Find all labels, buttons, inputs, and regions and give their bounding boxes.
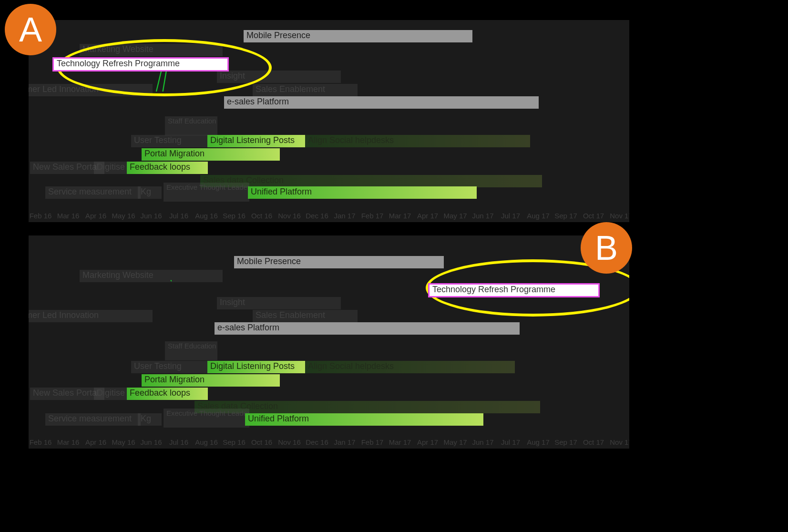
bar-customer-led[interactable]: Customer Led Innovation [29, 310, 153, 322]
bar-marketing-website[interactable]: Marketing Website [80, 44, 223, 56]
time-axis-b: 16Feb 16Mar 16Apr 16May 16Jun 16Jul 16Au… [29, 438, 629, 449]
bar-service-measurement[interactable]: Service measurement [45, 186, 141, 199]
bar-unified-platform[interactable]: Unified Platform [245, 413, 483, 426]
bar-mobile-presence[interactable]: Mobile Presence [244, 30, 472, 42]
bar-staff-education[interactable]: Staff Education [165, 341, 217, 360]
bar-user-testing[interactable]: User Testing [131, 361, 207, 373]
bar-feedback-loops[interactable]: Feedback loops [127, 388, 208, 400]
annotation-badge-b: B [581, 222, 632, 274]
gantt-panel-a[interactable]: Mobile Presence Marketing Website Techno… [29, 20, 629, 222]
bar-new-sales-portal[interactable]: New Sales Portal [30, 162, 104, 174]
bar-service-measurement[interactable]: Service measurement [45, 413, 141, 426]
bar-digital-listening[interactable]: Digital Listening Posts [207, 361, 305, 373]
bar-portal-migration[interactable]: Portal Migration [142, 148, 280, 161]
bar-mobile-presence[interactable]: Mobile Presence [234, 256, 444, 268]
bar-sales-data[interactable]: Sales data Collection [200, 175, 542, 187]
bar-customer-led[interactable]: Customer Led Innovation [29, 84, 153, 96]
svg-line-7 [171, 280, 172, 307]
bar-insight[interactable]: Insight [217, 297, 341, 309]
bar-feedback-loops[interactable]: Feedback loops [127, 162, 208, 174]
bar-user-testing[interactable]: User Testing [131, 135, 207, 147]
bar-digitise[interactable]: Digitise [94, 388, 127, 400]
bar-sales-enablement[interactable]: Sales Enablement [253, 310, 358, 322]
bar-insight[interactable]: Insight [217, 71, 341, 83]
bar-align-social[interactable]: Align Social helpdesks [305, 135, 530, 147]
bar-portal-migration[interactable]: Portal Migration [142, 374, 280, 387]
bar-staff-education[interactable]: Staff Education [165, 116, 217, 135]
bar-kg[interactable]: Kg [138, 413, 162, 426]
bar-unified-platform[interactable]: Unified Platform [248, 186, 477, 199]
bar-digital-listening[interactable]: Digital Listening Posts [207, 135, 305, 147]
bar-exec-thought[interactable]: Executive Thought Leaders [164, 183, 249, 202]
time-axis-a: 16Feb 16Mar 16Apr 16May 16Jun 16Jul 16Au… [29, 212, 629, 222]
bar-exec-thought[interactable]: Executive Thought Leaders [164, 409, 249, 428]
bar-esales[interactable]: e-sales Platform [215, 322, 520, 335]
bar-sales-enablement[interactable]: Sales Enablement [253, 84, 358, 96]
annotation-badge-a: A [5, 4, 56, 55]
bar-align-social[interactable]: Align Social helpdesks [305, 361, 515, 373]
bar-kg[interactable]: Kg [138, 186, 162, 199]
bar-new-sales-portal[interactable]: New Sales Portal [30, 388, 104, 400]
bar-tech-refresh[interactable]: Technology Refresh Programme [52, 57, 229, 72]
bar-marketing-website[interactable]: Marketing Website [80, 270, 223, 282]
bar-tech-refresh[interactable]: Technology Refresh Programme [428, 283, 600, 297]
bar-digitise[interactable]: Digitise [94, 162, 127, 174]
bar-esales[interactable]: e-sales Platform [224, 96, 539, 109]
gantt-panel-b[interactable]: Mobile Presence Marketing Website Techno… [29, 235, 629, 449]
